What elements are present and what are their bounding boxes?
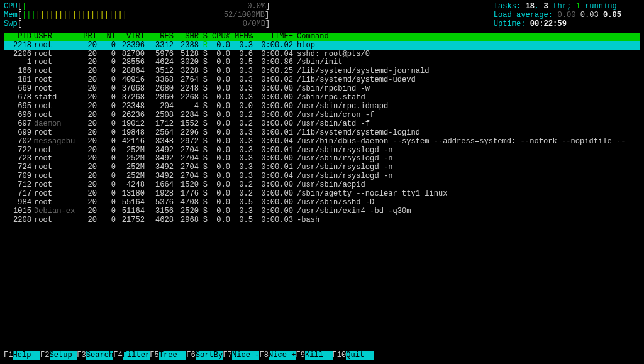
fkey-label[interactable]: Filter — [123, 351, 150, 360]
function-key-bar[interactable]: F1Help F2Setup F3SearchF4FilterF5Tree F6… — [4, 351, 374, 360]
cpu-meter: CPU[|0.0%] — [4, 3, 270, 11]
uptime-line: Uptime: 00:22:59 — [494, 20, 621, 29]
process-row[interactable]: 181root2004091633682764S0.00.30:00.02/li… — [4, 76, 640, 85]
process-row[interactable]: 702messagebu2004211633482972S0.00.30:00.… — [4, 138, 640, 146]
fkey-label[interactable]: Quit — [346, 351, 374, 360]
mem-value: 52/1000MB — [127, 11, 265, 20]
swp-label: Swp — [4, 19, 18, 28]
swp-value: 0/0MB — [22, 20, 265, 29]
header: CPU[|0.0%] Mem[|||||||||||||||||||||||52… — [4, 3, 640, 29]
process-row[interactable]: 695root200233482044S0.00.00:00.00/usr/sb… — [4, 102, 640, 111]
fkey-label[interactable]: Nice - — [232, 351, 260, 360]
fkey: F6 — [186, 351, 196, 360]
mem-meter: Mem[|||||||||||||||||||||||52/1000MB] — [4, 11, 270, 20]
htop-screen: CPU[|0.0%] Mem[|||||||||||||||||||||||52… — [0, 0, 644, 364]
swp-meter: Swp[0/0MB] — [4, 20, 270, 29]
process-row[interactable]: 724root200252M34922704S0.00.30:00.01/usr… — [4, 163, 640, 172]
process-row[interactable]: 1015Debian-ex2005116431562520S0.00.30:00… — [4, 207, 640, 216]
process-row[interactable]: 709root200252M34922704S0.00.30:00.04/usr… — [4, 172, 640, 181]
fkey: F10 — [333, 351, 347, 360]
fkey-label[interactable]: Setup — [50, 351, 77, 360]
fkey-label[interactable]: Help — [13, 351, 41, 360]
cpu-value: 0.0% — [26, 3, 265, 11]
fkey: F4 — [113, 351, 123, 360]
process-row[interactable]: 722root200252M34922704S0.00.30:00.01/usr… — [4, 146, 640, 155]
process-row[interactable]: 166root2002886435123228S0.00.30:00.25/li… — [4, 67, 640, 76]
process-row[interactable]: 669root2003706826802248S0.00.30:00.00/sb… — [4, 85, 640, 94]
fkey-label[interactable]: Nice + — [269, 351, 296, 360]
load-line: Load average: 0.00 0.03 0.05 — [494, 11, 621, 20]
fkey: F1 — [4, 351, 13, 360]
process-row[interactable]: 697daemon2001901217121552S0.00.20:00.00/… — [4, 120, 640, 129]
fkey-label[interactable]: SortBy — [196, 351, 223, 360]
process-row[interactable]: 2208root2002175246282968S0.00.50:00.03-b… — [4, 216, 640, 225]
cpu-label: CPU — [4, 2, 18, 11]
process-row[interactable]: 678statd2003726828602268S0.00.30:00.00/s… — [4, 94, 640, 102]
fkey-label[interactable]: Tree — [159, 351, 187, 360]
sysinfo-block: Tasks: 18, 3 thr; 1 running Load average… — [494, 3, 640, 29]
process-row[interactable]: 712root200424816641520S0.00.20:00.00/usr… — [4, 181, 640, 190]
fkey: F8 — [259, 351, 269, 360]
process-list[interactable]: 2218root2002339633122388R0.00.30:00.02ht… — [4, 41, 640, 225]
fkey: F2 — [40, 351, 50, 360]
column-header-row[interactable]: PIDUSERPRINIVIRTRESSHRSCPU%MEM%TIME+Comm… — [4, 33, 640, 41]
process-row[interactable]: 699root2001984825642296S0.00.30:00.01/li… — [4, 129, 640, 138]
fkey: F7 — [223, 351, 232, 360]
fkey: F3 — [77, 351, 86, 360]
process-row[interactable]: 723root200252M34922704S0.00.30:00.00/usr… — [4, 155, 640, 163]
process-row[interactable]: 1root2002855646243020S0.00.50:00.86/sbin… — [4, 58, 640, 67]
process-row[interactable]: 2206root2008270059765128S0.00.60:00.04ss… — [4, 50, 640, 59]
tasks-line: Tasks: 18, 3 thr; 1 running — [494, 3, 621, 11]
fkey-label[interactable]: Kill — [305, 351, 333, 360]
meters-block: CPU[|0.0%] Mem[|||||||||||||||||||||||52… — [4, 3, 270, 29]
process-row[interactable]: 984root2005516453764708S0.00.50:00.00/us… — [4, 199, 640, 207]
cpu-bar: | — [22, 2, 26, 11]
process-row[interactable]: 2218root2002339633122388R0.00.30:00.02ht… — [4, 41, 640, 50]
fkey: F9 — [296, 351, 306, 360]
fkey-label[interactable]: Search — [86, 351, 114, 360]
process-row[interactable]: 717root2001318019281776S0.00.20:00.00/sb… — [4, 190, 640, 199]
mem-label: Mem — [4, 11, 18, 19]
fkey: F5 — [150, 351, 159, 360]
process-row[interactable]: 696root2002623625082284S0.00.20:00.00/us… — [4, 111, 640, 120]
